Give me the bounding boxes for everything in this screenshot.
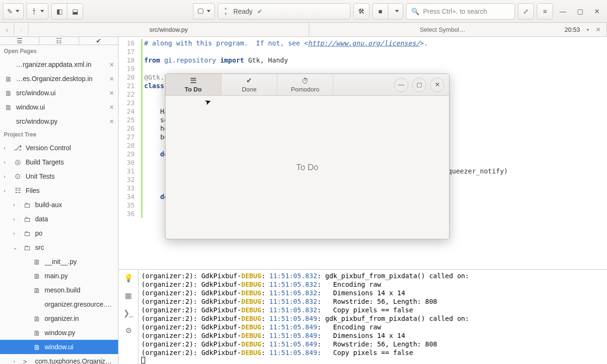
- organizer-tab-label: Done: [242, 86, 257, 93]
- nav-back[interactable]: ‹: [0, 23, 14, 36]
- organizer-tab[interactable]: ☰To Do: [166, 74, 221, 95]
- open-page-item[interactable]: 🗎…es.Organizer.desktop.in✕: [0, 72, 118, 86]
- open-page-item[interactable]: 🗎src/window.ui✕: [0, 86, 118, 100]
- tree-file-item[interactable]: organizer.gresource.xml: [0, 297, 118, 311]
- line-gutter: 1617181920212223242526272829303132333435…: [119, 37, 138, 269]
- open-page-item[interactable]: src/window.py✕: [0, 114, 118, 128]
- symbol-tab-label: Select Symbol…: [420, 26, 465, 33]
- panel-bottom-button[interactable]: ⬓: [67, 3, 83, 19]
- tree-file-label: organizer.gresource.xml: [45, 300, 114, 308]
- section-icon: ☷: [13, 186, 22, 195]
- window-maximize[interactable]: ▢: [573, 4, 587, 18]
- hammer-icon: 🛠: [358, 8, 365, 15]
- tab-close-icon[interactable]: ✕: [596, 26, 601, 33]
- close-icon[interactable]: ✕: [109, 61, 114, 68]
- organizer-tab-label: To Do: [185, 86, 202, 93]
- file-icon: >_: [23, 357, 31, 364]
- window-minimize[interactable]: —: [556, 4, 570, 18]
- organizer-tab[interactable]: ✔Done: [221, 74, 277, 95]
- tree-file-item[interactable]: 🗎window.ui: [0, 340, 118, 354]
- tree-file-item[interactable]: 🗎main.py: [0, 269, 118, 283]
- window-close[interactable]: ✕: [590, 4, 604, 18]
- close-icon[interactable]: ✕: [109, 90, 114, 97]
- open-page-label: …es.Organizer.desktop.in: [16, 75, 105, 82]
- fullscreen-button[interactable]: ⤢: [518, 3, 534, 19]
- organizer-tab-label: Pomodoro: [291, 86, 320, 93]
- tab-icon: ✔: [246, 76, 252, 85]
- file-icon: 🗎: [4, 89, 12, 97]
- tree-file-label: window.py: [45, 329, 114, 337]
- open-page-item[interactable]: 🗎window.ui✕: [0, 100, 118, 114]
- tree-file-item[interactable]: ›🗀build-aux: [0, 198, 118, 212]
- tree-file-label: main.py: [45, 272, 114, 280]
- tree-section-item[interactable]: ›☷Files: [0, 183, 118, 198]
- open-menu-button[interactable]: ⭱: [27, 3, 48, 19]
- bottom-panel: 💡 ▦ ❯_ ⚙ (organizer:2): GdkPixbuf-DEBUG:…: [119, 269, 607, 364]
- file-icon: 🗀: [23, 201, 31, 209]
- section-icon: ◎: [13, 158, 22, 166]
- pencil-icon: ✎: [7, 8, 13, 15]
- organizer-minimize[interactable]: —: [394, 78, 408, 92]
- close-icon[interactable]: ✕: [109, 118, 114, 125]
- check-icon: ✔: [257, 8, 263, 15]
- maximize-icon: ▢: [577, 8, 583, 15]
- bulb-icon[interactable]: 💡: [124, 273, 133, 282]
- chevron-down-icon[interactable]: ▾: [587, 27, 589, 32]
- file-tab[interactable]: src/window.py: [28, 23, 309, 36]
- organizer-tab[interactable]: ⏱Pomodoro: [277, 74, 333, 95]
- tree-file-label: com.tuxphones.Organizer.js: [35, 357, 114, 364]
- build-button[interactable]: 🛠: [353, 3, 369, 19]
- close-icon[interactable]: ✕: [109, 104, 114, 111]
- tree-file-label: window.ui: [45, 343, 114, 351]
- file-icon: 🗎: [4, 103, 12, 111]
- sidebar-view-list[interactable]: ☰: [0, 37, 39, 45]
- hamburger-button[interactable]: ≡: [537, 3, 553, 19]
- tab-bar: ‹ › src/window.py Select Symbol… 20:53 ▾…: [0, 23, 607, 37]
- minimize-icon: —: [560, 8, 566, 15]
- gear-icon[interactable]: ⚙: [125, 326, 132, 335]
- tree-file-item[interactable]: 🗎__init__.py: [0, 255, 118, 269]
- close-icon[interactable]: ✕: [109, 75, 114, 82]
- open-page-item[interactable]: …rganizer.appdata.xml.in✕: [0, 57, 118, 72]
- tree-section-item[interactable]: ›⎇Version Control: [0, 141, 118, 155]
- sidebar-view-tree[interactable]: ☷: [39, 37, 79, 45]
- sidebar-view-check[interactable]: ✔: [79, 37, 118, 45]
- expand-icon: ›: [13, 217, 19, 222]
- file-icon: 🗎: [32, 315, 41, 323]
- tree-section-item[interactable]: ›◎Build Targets: [0, 155, 118, 169]
- file-icon: 🗎: [32, 329, 41, 337]
- tree-file-label: meson.build: [45, 286, 114, 294]
- main-toolbar: ✎ ⭱ ◧ ⬓ 🖵 ▲▼ Ready ✔ 🛠 ■ 🔍 Press Ctrl+. …: [0, 0, 607, 23]
- stop-button[interactable]: ■: [372, 3, 388, 19]
- tree-file-item[interactable]: ⌄🗀src: [0, 240, 118, 255]
- device-menu-button[interactable]: 🖵: [193, 3, 215, 19]
- organizer-close[interactable]: ✕: [430, 78, 444, 92]
- edit-menu-button[interactable]: ✎: [3, 3, 24, 19]
- tree-file-item[interactable]: 🗎meson.build: [0, 283, 118, 297]
- global-search[interactable]: 🔍 Press Ctrl+. to search: [406, 3, 515, 19]
- organizer-maximize[interactable]: ▢: [412, 78, 426, 92]
- tree-file-item[interactable]: 🗎organizer.in: [0, 311, 118, 326]
- tree-section-label: Unit Tests: [26, 173, 114, 180]
- section-icon: ⊙: [13, 172, 22, 181]
- expand-icon: ›: [13, 359, 19, 364]
- nav-forward[interactable]: ›: [14, 23, 28, 36]
- tree-file-item[interactable]: 🗎window.py: [0, 326, 118, 340]
- tree-file-item[interactable]: ›🗀po: [0, 226, 118, 240]
- symbol-tab[interactable]: Select Symbol… 20:53 ▾ ✕: [309, 23, 607, 36]
- fullscreen-icon: ⤢: [523, 8, 529, 15]
- run-menu-button[interactable]: [388, 3, 403, 19]
- open-page-label: …rganizer.appdata.xml.in: [16, 61, 105, 68]
- status-bar[interactable]: ▲▼ Ready ✔: [218, 3, 350, 19]
- open-page-label: window.ui: [16, 103, 105, 111]
- tree-file-item[interactable]: ›🗀data: [0, 212, 118, 226]
- panel-left-button[interactable]: ◧: [51, 3, 67, 19]
- file-icon: 🗎: [32, 286, 41, 294]
- tree-file-label: build-aux: [35, 201, 114, 209]
- terminal-output[interactable]: (organizer:2): GdkPixbuf-DEBUG: 11:51:05…: [138, 270, 607, 364]
- terminal-icon[interactable]: ❯_: [123, 309, 134, 318]
- tree-file-item[interactable]: ›>_com.tuxphones.Organizer.js: [0, 354, 118, 364]
- grid-icon[interactable]: ▦: [125, 291, 132, 300]
- tree-section-item[interactable]: ›⊙Unit Tests: [0, 169, 118, 183]
- bottom-panel-switcher: 💡 ▦ ❯_ ⚙: [119, 270, 138, 364]
